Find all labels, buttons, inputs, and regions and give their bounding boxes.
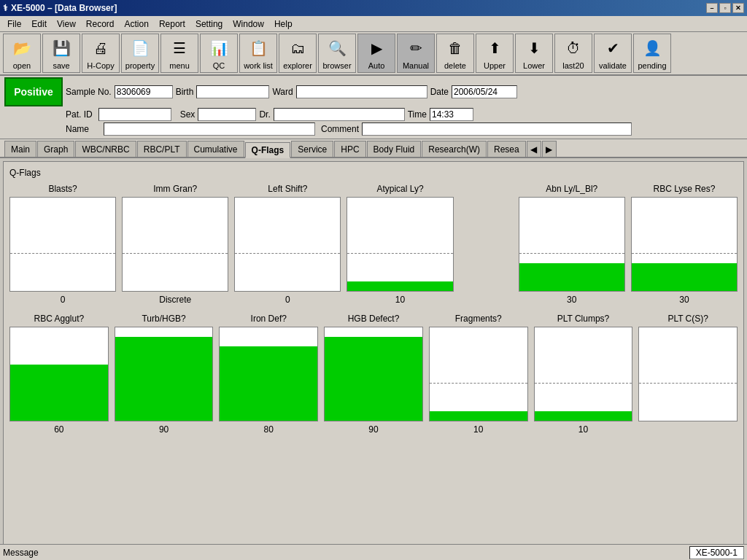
time-label: Time <box>408 109 427 120</box>
tab-graph[interactable]: Graph <box>37 141 74 157</box>
toolbar: 📂 open 💾 save 🖨 H-Copy 📄 property ☰ menu… <box>0 32 747 76</box>
menu-help[interactable]: Help <box>270 18 297 31</box>
tab-resea[interactable]: Resea <box>487 141 526 157</box>
qc-button[interactable]: 📊 QC <box>200 34 238 73</box>
save-button[interactable]: 💾 save <box>42 34 80 73</box>
flag-imm-gran: Imm Gran? Discrete <box>122 184 228 305</box>
flag-blasts-dashed <box>10 253 115 254</box>
title-controls: – ▫ ✕ <box>706 3 744 13</box>
pending-icon: 👤 <box>640 36 664 60</box>
restore-button[interactable]: ▫ <box>719 3 731 13</box>
upper-button[interactable]: ⬆ Upper <box>476 34 514 73</box>
flags-row-2: RBC Agglut? 60 Turb/HGB? 90 Iron Def? <box>9 314 738 435</box>
property-button[interactable]: 📄 property <box>121 34 159 73</box>
close-button[interactable]: ✕ <box>732 3 744 13</box>
flag-hgb-defect: HGB Defect? 90 <box>324 314 423 435</box>
pending-button[interactable]: 👤 pending <box>633 34 671 73</box>
flag-iron-def-bar <box>220 346 317 421</box>
dr-input[interactable] <box>274 108 405 121</box>
hcopy-button[interactable]: 🖨 H-Copy <box>82 34 120 73</box>
tab-body-fluid[interactable]: Body Fluid <box>367 141 422 157</box>
flag-rbc-agglut-bar <box>10 365 108 421</box>
menu-action[interactable]: Action <box>120 18 153 31</box>
flag-plt-clumps-bar <box>535 411 632 421</box>
flag-abn-ly-value: 30 <box>567 295 576 305</box>
menu-label: menu <box>169 61 190 70</box>
menu-view[interactable]: View <box>53 18 80 31</box>
main-content: Q-Flags Blasts? 0 Imm Gran? Discrete <box>0 158 747 560</box>
qc-icon: 📊 <box>207 36 231 60</box>
flag-imm-gran-dashed <box>123 253 228 254</box>
menu-edit[interactable]: Edit <box>27 18 51 31</box>
flag-blasts: Blasts? 0 <box>9 184 116 305</box>
flags-row-1: Blasts? 0 Imm Gran? Discrete Left Shift? <box>9 184 738 305</box>
flag-iron-def-label: Iron Def? <box>251 314 287 324</box>
flag-hgb-defect-label: HGB Defect? <box>348 314 400 324</box>
flag-left-shift: Left Shift? 0 <box>234 184 341 305</box>
property-icon: 📄 <box>128 36 152 60</box>
flag-blasts-value: 0 <box>61 295 66 305</box>
sex-label: Sex <box>180 109 196 120</box>
lower-label: Lower <box>523 61 545 70</box>
flag-atypical-ly-chart <box>347 197 453 292</box>
menu-window[interactable]: Window <box>228 18 268 31</box>
tab-cumulative[interactable]: Cumulative <box>187 141 244 157</box>
delete-button[interactable]: 🗑 delete <box>436 34 474 73</box>
flag-iron-def-value: 80 <box>264 424 274 435</box>
birth-input[interactable] <box>196 85 269 98</box>
menu-report[interactable]: Report <box>155 18 190 31</box>
last20-button[interactable]: ⏱ last20 <box>554 34 592 73</box>
worklist-button[interactable]: 📋 work list <box>239 34 277 73</box>
comment-input[interactable] <box>362 122 632 136</box>
sample-no-label: Sample No. <box>66 87 112 97</box>
menu-button[interactable]: ☰ menu <box>160 34 198 73</box>
lower-button[interactable]: ⬇ Lower <box>515 34 553 73</box>
flag-plt-clumps-chart <box>534 327 633 421</box>
qflags-section: Q-Flags Blasts? 0 Imm Gran? Discrete <box>3 161 744 560</box>
validate-button[interactable]: ✔ validate <box>594 34 632 73</box>
tab-research-w[interactable]: Research(W) <box>422 141 487 157</box>
lower-icon: ⬇ <box>522 36 546 60</box>
tab-nav-right[interactable]: ▶ <box>542 141 557 157</box>
manual-button[interactable]: ✏ Manual <box>397 34 435 73</box>
flag-rbc-lyse-res-chart <box>631 197 738 292</box>
flag-abn-ly-bar <box>519 263 624 291</box>
tab-rbc-plt[interactable]: RBC/PLT <box>137 141 187 157</box>
tab-qflags[interactable]: Q-Flags <box>245 142 291 158</box>
menu-setting[interactable]: Setting <box>191 18 227 31</box>
flag-hgb-defect-value: 90 <box>368 424 378 435</box>
pat-id-label: Pat. ID <box>66 109 93 120</box>
flag-imm-gran-chart <box>122 197 228 292</box>
explorer-button[interactable]: 🗂 explorer <box>279 34 317 73</box>
flag-turb-hgb-value: 90 <box>159 424 169 435</box>
open-button[interactable]: 📂 open <box>3 34 41 73</box>
tab-main[interactable]: Main <box>4 141 36 157</box>
name-label: Name <box>66 124 89 134</box>
pat-id-input[interactable] <box>98 108 171 121</box>
sample-no-input[interactable] <box>115 85 173 98</box>
flag-plt-cs-chart <box>638 327 738 421</box>
browser-icon: 🔍 <box>325 36 349 60</box>
name-input[interactable] <box>104 122 315 136</box>
tab-wbc-nrbc[interactable]: WBC/NRBC <box>75 141 136 157</box>
sex-input[interactable] <box>198 108 256 121</box>
dr-label: Dr. <box>259 109 270 120</box>
flag-plt-clumps-label: PLT Clumps? <box>557 314 610 324</box>
flag-abn-ly: Abn Ly/L_Bl? 30 <box>519 184 625 305</box>
menu-file[interactable]: File <box>3 18 26 31</box>
browser-button[interactable]: 🔍 browser <box>318 34 356 73</box>
flag-fragments: Fragments? 10 <box>429 314 528 435</box>
tab-hpc[interactable]: HPC <box>334 141 365 157</box>
status-message: Message <box>3 548 39 558</box>
tab-nav-left[interactable]: ◀ <box>527 141 541 157</box>
menu-record[interactable]: Record <box>82 18 119 31</box>
flag-iron-def: Iron Def? 80 <box>219 314 318 435</box>
flag-plt-clumps: PLT Clumps? 10 <box>534 314 633 435</box>
menu-bar: File Edit View Record Action Report Sett… <box>0 16 747 32</box>
tab-service[interactable]: Service <box>291 141 333 157</box>
auto-button[interactable]: ▶ Auto <box>357 34 395 73</box>
status-bar: Message XE-5000-1 <box>0 544 747 560</box>
ward-input[interactable] <box>296 85 427 98</box>
patient-info-bar: Positive Sample No. Birth Ward Date 2006… <box>0 76 747 139</box>
minimize-button[interactable]: – <box>706 3 718 13</box>
